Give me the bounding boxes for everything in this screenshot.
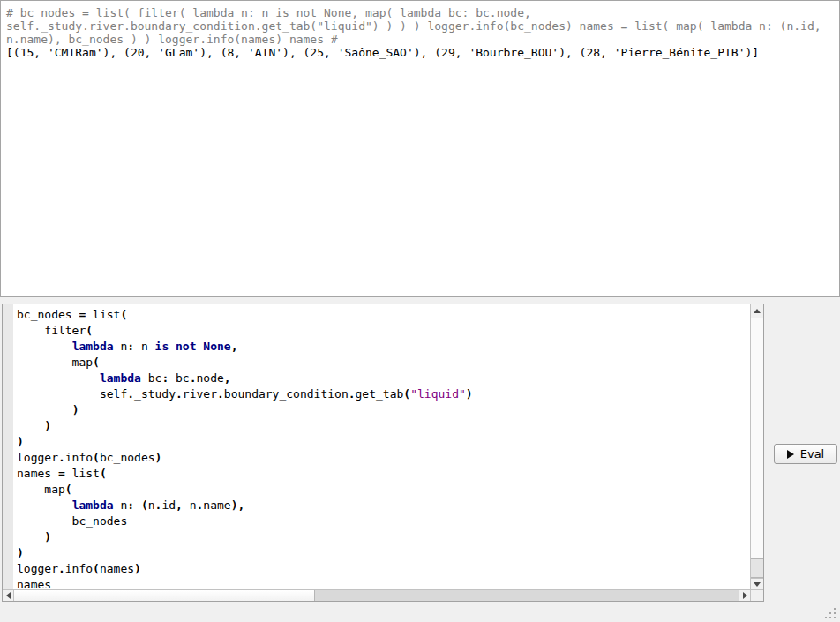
scrollbar-corner: [750, 589, 763, 601]
arrow-up-icon: [754, 309, 761, 313]
arrow-left-icon: [6, 592, 11, 599]
code-text-area[interactable]: bc_nodes = list( filter( lambda n: n is …: [17, 307, 748, 589]
console-window: # bc_nodes = list( filter( lambda n: n i…: [0, 0, 840, 622]
code-line[interactable]: ): [17, 434, 748, 450]
output-history-pane[interactable]: # bc_nodes = list( filter( lambda n: n i…: [0, 0, 840, 297]
arrow-right-icon: [743, 592, 747, 599]
scroll-left-button[interactable]: [3, 590, 14, 601]
code-line[interactable]: ): [17, 402, 748, 418]
code-line[interactable]: ): [17, 545, 748, 561]
horizontal-scrollbar-thumb[interactable]: [14, 590, 315, 601]
code-line[interactable]: ): [17, 418, 748, 434]
history-line: n.name), bc_nodes ) ) logger.info(names)…: [6, 33, 835, 46]
code-line[interactable]: lambda bc: bc.node,: [17, 371, 748, 386]
code-editor[interactable]: bc_nodes = list( filter( lambda n: n is …: [2, 304, 764, 602]
eval-button-label: Eval: [800, 447, 825, 461]
horizontal-scrollbar[interactable]: [3, 589, 750, 601]
history-line: # bc_nodes = list( filter( lambda n: n i…: [6, 6, 835, 19]
code-line[interactable]: bc_nodes: [17, 513, 748, 529]
code-line[interactable]: map(: [17, 482, 748, 498]
code-line[interactable]: names = list(: [17, 466, 748, 482]
scroll-down-button[interactable]: [751, 578, 763, 589]
code-line[interactable]: names: [17, 577, 748, 589]
code-line[interactable]: map(: [17, 355, 748, 371]
code-line[interactable]: lambda n: (n.id, n.name),: [17, 498, 748, 513]
play-icon: [787, 450, 794, 459]
code-line[interactable]: bc_nodes = list(: [17, 307, 748, 323]
eval-button[interactable]: Eval: [774, 444, 837, 464]
vertical-scrollbar-thumb[interactable]: [751, 558, 763, 578]
scroll-right-button[interactable]: [739, 590, 750, 601]
vertical-scrollbar[interactable]: [750, 304, 763, 589]
code-line[interactable]: lambda n: n is not None,: [17, 339, 748, 355]
result-line: [(15, 'CMIRam'), (20, 'GLam'), (8, 'AIN'…: [6, 46, 835, 59]
code-line[interactable]: logger.info(bc_nodes): [17, 450, 748, 466]
code-line[interactable]: self._study.river.boundary_condition.get…: [17, 386, 748, 402]
editor-margin: [3, 304, 13, 589]
arrow-down-icon: [754, 582, 761, 587]
history-line: self._study.river.boundary_condition.get…: [6, 19, 835, 33]
code-line[interactable]: filter(: [17, 323, 748, 339]
scroll-up-button[interactable]: [751, 304, 763, 318]
code-line[interactable]: ): [17, 529, 748, 545]
resize-grip-icon[interactable]: [824, 607, 836, 619]
code-line[interactable]: logger.info(names): [17, 561, 748, 577]
